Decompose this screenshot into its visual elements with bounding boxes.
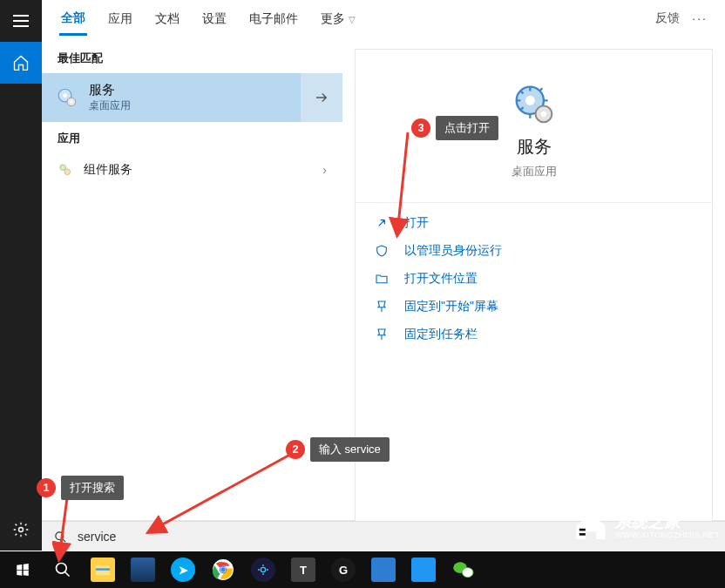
home-button[interactable] <box>0 42 42 84</box>
action-location-label: 打开文件位置 <box>404 271 478 287</box>
folder-icon <box>94 563 112 577</box>
best-match-row[interactable]: 服务 桌面应用 <box>42 73 342 122</box>
blue-app-icon-2 <box>411 558 436 582</box>
gear-app-icon <box>251 558 275 582</box>
badge-1: 1 <box>37 478 56 497</box>
feedback-link[interactable]: 反馈 <box>655 10 680 26</box>
taskbar-app-2[interactable]: ➤ <box>164 551 202 588</box>
windows-icon <box>15 562 30 578</box>
start-button[interactable] <box>3 551 42 588</box>
svg-point-11 <box>56 531 64 539</box>
svg-rect-13 <box>96 565 110 575</box>
taskbar-app-1[interactable] <box>124 551 162 588</box>
generic-app-icon <box>131 558 155 582</box>
preview-column: 服务 桌面应用 打开 以管理员身份运行 打开文件位置 <box>342 37 725 520</box>
svg-point-0 <box>19 528 24 532</box>
taskbar-app-3[interactable] <box>244 551 282 588</box>
action-run-as-admin[interactable]: 以管理员身份运行 <box>375 243 693 259</box>
pin-start-icon <box>375 300 390 314</box>
folder-icon <box>375 272 390 286</box>
chevron-right-icon: › <box>322 163 327 177</box>
app-result-row[interactable]: 组件服务 › <box>42 153 342 186</box>
svg-point-10 <box>540 112 545 117</box>
svg-rect-22 <box>579 529 586 531</box>
action-open-label: 打开 <box>404 215 429 231</box>
badge-3: 3 <box>411 118 430 138</box>
svg-point-21 <box>462 568 473 578</box>
svg-point-4 <box>70 100 72 103</box>
tab-all[interactable]: 全部 <box>59 2 87 36</box>
callout-3: 3 点击打开 <box>411 116 498 140</box>
chrome-icon <box>211 558 235 582</box>
action-open[interactable]: 打开 <box>375 215 693 231</box>
circle-app-icon: ➤ <box>171 558 195 582</box>
taskbar-app-5[interactable]: G <box>324 551 362 588</box>
svg-rect-23 <box>579 533 586 536</box>
tab-email[interactable]: 电子邮件 <box>247 3 300 34</box>
app-result-label: 组件服务 <box>84 162 132 178</box>
hamburger-button[interactable] <box>0 0 42 42</box>
svg-rect-14 <box>96 568 110 570</box>
svg-point-2 <box>63 93 67 98</box>
svg-point-8 <box>525 96 534 105</box>
callout-3-label: 点击打开 <box>436 116 498 140</box>
services-icon-large <box>512 83 556 126</box>
blue-app-icon <box>371 558 396 582</box>
text-app-icon: T <box>291 558 315 582</box>
best-match-subtitle: 桌面应用 <box>89 98 131 113</box>
svg-point-5 <box>60 165 66 171</box>
taskbar-app-6[interactable] <box>364 551 403 588</box>
services-icon <box>56 86 78 109</box>
hamburger-icon <box>13 15 29 27</box>
action-pin-taskbar[interactable]: 固定到任务栏 <box>375 327 693 342</box>
tab-settings[interactable]: 设置 <box>200 3 228 34</box>
section-best-match: 最佳匹配 <box>42 42 342 73</box>
magnifier-icon <box>54 531 67 544</box>
taskbar-app-4[interactable]: T <box>284 551 322 588</box>
search-input[interactable]: service <box>78 530 116 544</box>
callout-1: 1 打开搜索 <box>37 476 124 500</box>
svg-point-18 <box>220 567 225 571</box>
section-apps: 应用 <box>42 122 342 153</box>
watermark-title: 系统之家 <box>615 514 720 531</box>
action-pinstart-label: 固定到"开始"屏幕 <box>404 299 498 314</box>
taskbar-wechat[interactable] <box>444 551 483 588</box>
start-sidebar <box>0 0 42 551</box>
taskbar-search-button[interactable] <box>44 551 82 588</box>
magnifier-icon <box>54 561 71 578</box>
action-open-location[interactable]: 打开文件位置 <box>375 271 693 287</box>
watermark-logo-icon <box>572 510 610 544</box>
tab-docs[interactable]: 文档 <box>153 3 181 34</box>
taskbar-chrome[interactable] <box>204 551 242 588</box>
tab-apps[interactable]: 应用 <box>106 3 134 34</box>
taskbar-app-7[interactable] <box>404 551 443 588</box>
action-pintask-label: 固定到任务栏 <box>404 327 478 342</box>
callout-2-label: 输入 service <box>310 437 390 462</box>
expand-arrow-button[interactable] <box>301 73 342 122</box>
tab-more[interactable]: 更多▽ <box>319 3 357 34</box>
watermark-url: WWW.XITONGZHIJIA.NET <box>615 531 720 540</box>
wechat-icon <box>451 558 476 582</box>
taskbar: ➤ T G <box>0 551 725 588</box>
shield-icon <box>375 244 390 258</box>
settings-button[interactable] <box>0 509 42 551</box>
svg-point-6 <box>64 169 71 175</box>
preview-subtitle: 桌面应用 <box>512 164 557 179</box>
watermark: 系统之家 WWW.XITONGZHIJIA.NET <box>572 510 720 544</box>
preview-panel: 服务 桌面应用 打开 以管理员身份运行 打开文件位置 <box>355 49 713 537</box>
g-app-icon: G <box>331 558 356 582</box>
chevron-down-icon: ▽ <box>349 15 356 24</box>
action-admin-label: 以管理员身份运行 <box>404 243 502 259</box>
callout-2: 2 输入 service <box>286 437 390 462</box>
component-services-icon <box>58 162 73 178</box>
arrow-right-icon <box>314 90 329 105</box>
callout-1-label: 打开搜索 <box>61 476 124 500</box>
pin-taskbar-icon <box>375 328 390 341</box>
filter-tabs: 全部 应用 文档 设置 电子邮件 更多▽ 反馈 ··· <box>42 0 725 37</box>
gear-icon <box>12 521 30 538</box>
preview-actions: 打开 以管理员身份运行 打开文件位置 固定到"开始"屏幕 <box>356 203 712 355</box>
badge-2: 2 <box>286 440 305 459</box>
more-options-button[interactable]: ··· <box>692 11 708 25</box>
taskbar-explorer[interactable] <box>84 551 122 588</box>
action-pin-start[interactable]: 固定到"开始"屏幕 <box>375 299 693 314</box>
